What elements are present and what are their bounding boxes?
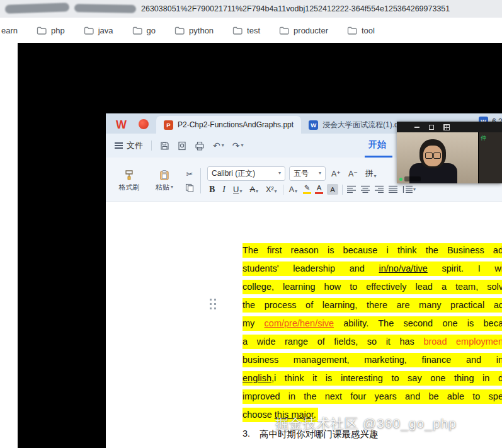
grid-view-icon[interactable] [443, 124, 450, 130]
font-name-select[interactable]: Calibri (正文)▾ [207, 166, 285, 181]
doc-line[interactable]: the process of learning, there are many … [242, 298, 502, 313]
chevron-down-icon: ▾ [275, 189, 277, 194]
format-painter-button[interactable]: 格式刷 [115, 161, 144, 200]
align-justify-button[interactable] [388, 185, 398, 193]
bold-button[interactable]: B [207, 184, 217, 195]
webcam-feed-main [397, 132, 478, 183]
pinyin-guide-button[interactable]: 拼▾ [363, 168, 379, 180]
wps-logo[interactable]: W [116, 119, 126, 130]
doc-line[interactable]: improved in the next four years and be a… [242, 389, 502, 404]
paste-button[interactable]: 粘贴▾ [150, 161, 179, 200]
align-center-button[interactable] [360, 185, 370, 193]
bookmark-item-producter[interactable]: producter [279, 26, 328, 35]
doc-line[interactable]: business management, marketing, finance … [242, 353, 502, 367]
italic-button[interactable]: I [220, 184, 227, 195]
name-bar [404, 176, 421, 181]
grow-font-button[interactable]: A⁺ [329, 168, 343, 179]
bookmark-item-test[interactable]: test [232, 26, 260, 35]
format-painter-icon [124, 169, 134, 181]
highlight-color-swatch [303, 192, 311, 194]
strikethrough-button[interactable]: A▾ [248, 184, 260, 195]
font-size-select[interactable]: 五号▾ [289, 166, 326, 181]
underline-button[interactable]: U▾ [231, 184, 244, 195]
bookmark-item-tool[interactable]: tool [347, 26, 375, 35]
print-button[interactable] [195, 141, 205, 151]
paragraph-drag-handle[interactable] [208, 297, 217, 311]
minimize-icon[interactable] [414, 127, 419, 128]
format-painter-label: 格式刷 [119, 183, 140, 192]
chevron-down-icon: ▾ [171, 185, 173, 190]
bookmark-item-earn[interactable]: earn [1, 26, 18, 35]
doc-line[interactable]: a wide range of fields, so it has broad … [242, 335, 502, 349]
align-right-button[interactable] [374, 185, 384, 193]
doc-line[interactable]: my com/pre/hen/sive ability. The second … [242, 316, 502, 331]
doc-line[interactable]: The first reason is because i think the … [242, 243, 502, 258]
undo-button[interactable]: ↶▾ [213, 141, 224, 151]
webcam-window[interactable]: 仲 [397, 122, 502, 183]
divider [283, 185, 283, 195]
redo-button[interactable]: ↷▾ [232, 141, 244, 151]
bookmark-label: producter [294, 26, 328, 35]
document-canvas[interactable]: The first reason is because i think the … [106, 202, 502, 448]
folder-icon [232, 26, 242, 35]
app-icon[interactable] [139, 119, 149, 129]
doc-line[interactable]: students' leadership and in/no/va/tive s… [242, 261, 502, 276]
doc-text-segment: spirit. I wi [428, 263, 502, 273]
print-preview-button[interactable] [178, 141, 186, 151]
doc-text-segment: english, [242, 373, 274, 383]
redo-icon: ↷ [232, 141, 240, 151]
print-preview-icon [178, 141, 186, 151]
person-face [423, 146, 442, 166]
doc-line[interactable]: college, learning how to effectively lea… [242, 280, 502, 294]
chevron-down-icon: ▾ [413, 187, 416, 192]
align-left-button[interactable] [346, 185, 357, 193]
doc-text-segment: my [242, 318, 265, 328]
undo-icon: ↶ [213, 141, 220, 151]
bookmark-item-php[interactable]: php [37, 26, 65, 35]
doc-text-segment: i think it is interesting to say one thi… [274, 373, 502, 383]
character-shading-button[interactable]: A [327, 184, 338, 195]
line-spacing-button[interactable]: ▾ [402, 185, 416, 193]
bookmark-label: go [147, 26, 156, 35]
ppt-file-icon: P [164, 120, 173, 130]
bookmark-label: python [189, 26, 214, 35]
font-color-label: A [317, 185, 322, 192]
folder-icon [279, 26, 289, 35]
folder-icon [347, 26, 357, 35]
shrink-font-button[interactable]: A⁻ [346, 168, 360, 179]
webcam-feed-side: 仲 [478, 132, 502, 183]
font-color-button[interactable]: A [315, 185, 323, 195]
chevron-down-icon: ▾ [295, 189, 297, 194]
tab-ppt-functions-and-graphs[interactable]: P P2-Chp2-FunctionsAndGraphs.ppt [156, 116, 301, 134]
webcam-titlebar[interactable] [397, 122, 502, 132]
ribbon-tab-home[interactable]: 开始 [368, 139, 386, 151]
doc-text-segment: com/pre/hen/sive [265, 318, 334, 328]
copy-button[interactable] [185, 183, 194, 192]
file-menu-button[interactable]: 文件 [115, 140, 143, 151]
cut-button[interactable]: ✂ [186, 169, 193, 179]
url-text[interactable]: 263038051%2F790021711%2F794b4a11vodbj125… [141, 4, 502, 13]
save-button[interactable] [160, 141, 169, 151]
bookmark-label: test [247, 26, 260, 35]
folder-icon [174, 26, 185, 35]
doc-line[interactable]: english,i think it is interesting to say… [242, 371, 502, 386]
browser-address-bar[interactable]: 263038051%2F790021711%2F794b4a11vodbj125… [0, 0, 502, 18]
glasses-icon [425, 152, 433, 159]
restore-icon[interactable] [429, 125, 434, 130]
bookmark-item-go[interactable]: go [132, 26, 156, 35]
superscript-button[interactable]: X²▾ [264, 185, 279, 195]
wordart-button[interactable]: A▾ [287, 185, 299, 195]
doc-text-segment: a wide range of fields, so it has [242, 336, 423, 347]
video-player-background[interactable]: W P P2-Chp2-FunctionsAndGraphs.ppt W 浸会大… [18, 43, 502, 448]
folder-icon [132, 26, 142, 35]
highlight-color-button[interactable]: ✎ [303, 185, 311, 195]
bookmarks-bar: earnphpjavagopythontestproductertool [0, 18, 502, 43]
wordart-label: A [289, 185, 294, 194]
chevron-down-icon: ▾ [239, 189, 242, 194]
bookmark-item-python[interactable]: python [174, 26, 214, 35]
mic-active-dot [399, 178, 402, 181]
font-name-value: Calibri (正文) [212, 168, 255, 179]
participant-name-badge [399, 176, 421, 181]
bookmark-item-java[interactable]: java [84, 26, 113, 35]
glasses-icon [433, 152, 441, 159]
